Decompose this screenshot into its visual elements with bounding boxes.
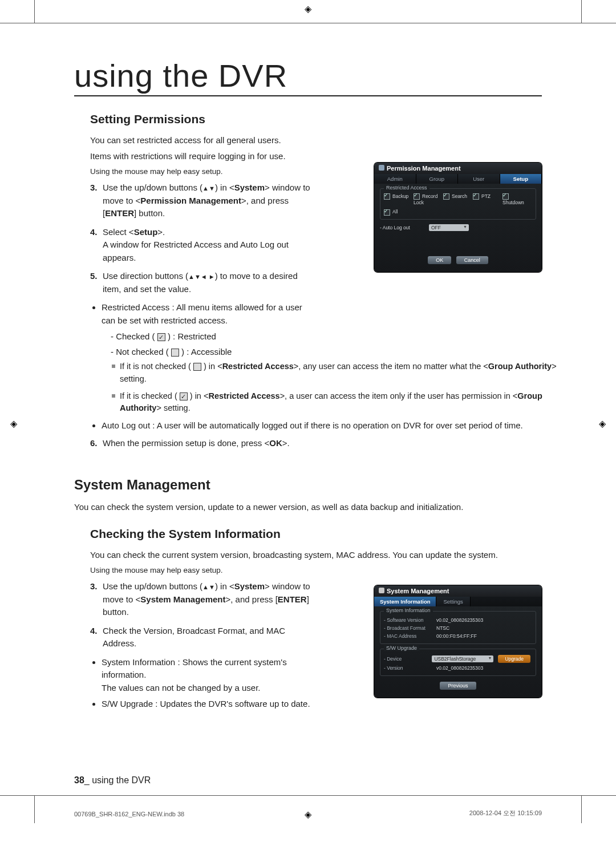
tab-setup[interactable]: Setup [500,174,542,184]
tab-user[interactable]: User [458,174,500,184]
registration-mark-icon: ◈ [599,418,606,428]
note-checked: If it is checked ( ) in <Restricted Acce… [112,390,568,415]
value-broadcast-format: NTSC [436,625,449,631]
dropdown-auto-logout[interactable]: OFF [429,224,469,231]
upgrade-button[interactable]: Upgrade [498,655,530,663]
step-4: Check the Version, Broadcast Format, and… [103,626,285,649]
previous-button[interactable]: Previous [440,682,476,690]
ok-button[interactable]: OK [428,256,451,264]
screenshot-permission-management: Permission Management Admin Group User S… [374,163,542,272]
row-auto-logout: - Auto Log out OFF [380,224,536,231]
bullet-sw-upgrade: S/W Upgrade : Updates the DVR's software… [102,698,313,711]
dropdown-device[interactable]: USB2FlashStorage [432,655,493,662]
tabs: System Information Settings [374,597,542,606]
checkbox-shutdown[interactable]: Shutdown [502,193,532,205]
tab-settings[interactable]: Settings [436,597,470,606]
fieldset-sw-upgrade: S/W Upgrade - Device USB2FlashStorage Up… [380,649,536,676]
page-footer: 38_ using the DVR [74,775,151,786]
value-software-version: v0.02_080826235303 [436,617,483,623]
checkbox-unchecked-icon [193,363,201,371]
note-not-checked: If it is not checked ( ) in <Restricted … [112,361,568,386]
legend: S/W Upgrade [384,645,419,651]
crop-line-bottom [0,795,616,796]
checkbox-all[interactable]: All [384,209,414,215]
value-mac-address: 00:00:F0:54:FF:FF [436,633,477,639]
crop-tick [581,796,582,823]
tabs: Admin Group User Setup [374,174,542,184]
step-5: Use direction buttons (▲▼◄ ►) to move to… [103,271,298,294]
panel-title: Permission Management [374,163,542,174]
heading-checking-system-info: Checking the System Information [90,527,542,541]
checkbox-backup[interactable]: Backup [384,193,414,205]
print-meta-left: 00769B_SHR-8162_ENG-NEW.indb 38 [74,811,184,817]
dash-checked: Checked ( ) : Restricted [111,330,542,343]
registration-mark-icon: ◈ [305,809,311,820]
heading-setting-permissions: Setting Permissions [90,112,542,126]
legend: System Information [384,608,433,613]
tab-group[interactable]: Group [416,174,459,184]
bullet-system-information: System Information : Shows the current s… [102,656,313,695]
crop-line-top [0,23,616,23]
print-meta-right: 2008-12-04 오전 10:15:09 [469,809,542,817]
step-4: Select <Setup>.A window for Restricted A… [103,227,289,262]
fieldset-system-information: System Information - Software Versionv0.… [380,611,536,644]
bullet-auto-logout: Auto Log out : A user will be automatica… [102,419,558,432]
crop-tick [581,0,582,23]
checkbox-checked-icon [157,333,165,341]
bullet-restricted-access: Restricted Access : All menu items allow… [102,301,313,327]
registration-mark-icon: ◈ [10,418,17,428]
text-intro: You can check the system version, update… [74,501,542,513]
cancel-button[interactable]: Cancel [456,256,488,264]
page-title: using the DVR [74,57,542,96]
step-3: Use the up/down buttons (▲▼) in <System>… [103,581,310,617]
step-6: When the permission setup is done, press… [103,438,290,448]
registration-mark-icon: ◈ [305,3,311,14]
checkbox-ptz[interactable]: PTZ [473,193,502,205]
text-hint: Using the mouse may help easy setup. [90,565,542,576]
tab-admin[interactable]: Admin [374,174,416,184]
text-intro: You can set restricted access for all ge… [90,134,542,147]
crop-tick [34,796,35,823]
screenshot-system-management: System Management System Information Set… [374,585,542,698]
panel-title: System Management [374,585,542,597]
checkbox-search[interactable]: Search [443,193,473,205]
checkbox-checked-icon [180,392,188,400]
dash-unchecked: Not checked ( ) : Accessible [111,346,542,359]
tab-system-information[interactable]: System Information [374,597,436,606]
crop-tick [34,0,35,23]
user-icon [379,165,384,171]
fieldset-restricted-access: Restricted Access Backup Record Lock Sea… [380,188,536,220]
text-intro: Items with restrictions will require log… [90,150,542,163]
legend: Restricted Access [384,185,429,191]
text-intro: You can check the current system version… [90,549,542,561]
value-upgrade-version: v0.02_080826235303 [436,665,483,671]
step-3: Use the up/down buttons (▲▼) in <System>… [103,183,310,218]
gear-icon [379,588,384,593]
checkbox-unchecked-icon [171,349,179,357]
heading-system-management: System Management [74,477,542,493]
checkbox-record-lock[interactable]: Record Lock [414,193,443,205]
